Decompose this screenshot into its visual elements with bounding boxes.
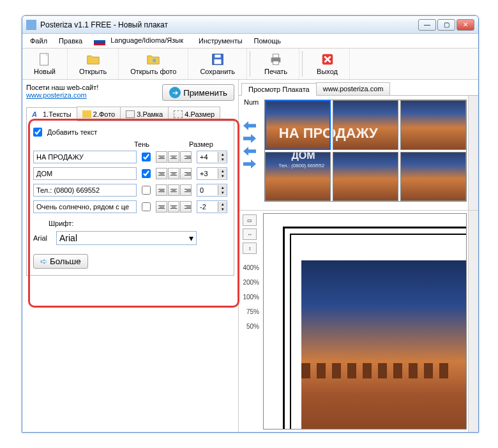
text-input-1[interactable] (33, 167, 137, 180)
more-button[interactable]: ➪ Больше (33, 254, 88, 269)
size-spinner-3[interactable]: -2▴▾ (197, 200, 227, 213)
align-center-button[interactable] (168, 168, 179, 179)
minimize-button[interactable]: — (418, 19, 436, 31)
right-panel: Просмотр Плаката www.posteriza.com Num Н… (238, 80, 478, 432)
shadow-header: Тень (134, 140, 149, 148)
num-label: Num (244, 98, 259, 106)
menu-file[interactable]: Файл (26, 36, 51, 46)
arrow-right-icon[interactable] (243, 134, 256, 143)
font-select[interactable]: Arial▾ (56, 231, 197, 245)
flag-icon (94, 38, 105, 45)
website-link: Посети наш web-сайт! www.posteriza.com (26, 84, 98, 99)
align-right-button[interactable] (180, 184, 192, 196)
align-left-button[interactable] (156, 201, 167, 213)
left-panel: Посети наш web-сайт! www.posteriza.com ➔… (22, 80, 238, 432)
align-left-button[interactable] (156, 151, 167, 163)
texts-panel: Добавить текст Тень Размер +4▴▾ +3▴▾ (26, 121, 234, 276)
app-window: Posteriza v1.1 FREE - Новый плакат — ▢ ✕… (22, 15, 479, 433)
font-small-label: Arial (33, 234, 56, 242)
zoom-level-label[interactable]: 200% (243, 279, 259, 286)
tile-detail-preview: ▭ ↔ ↕ 400%200%100%75%50% НА П (239, 211, 478, 432)
align-center-button[interactable] (168, 151, 179, 163)
zoom-level-label[interactable]: 50% (246, 323, 259, 330)
poster-tile[interactable] (400, 152, 466, 202)
property-tabs: A1.Тексты 2.Фото 3.Рамка 4.Размер (26, 107, 234, 121)
menu-help[interactable]: Помощь (250, 36, 285, 46)
shadow-checkbox-1[interactable] (142, 169, 151, 178)
add-text-label: Добавить текст (47, 128, 97, 136)
tab-preview[interactable]: Просмотр Плаката (241, 83, 317, 96)
url-link[interactable]: www.posteriza.com (26, 91, 87, 99)
menubar: Файл Правка Language/Idioma/Язык Инструм… (22, 34, 478, 48)
align-left-button[interactable] (156, 184, 167, 196)
exit-button[interactable]: Выход (305, 49, 350, 79)
shadow-checkbox-3[interactable] (142, 202, 151, 211)
text-input-3[interactable] (33, 200, 137, 213)
floppy-icon (211, 52, 225, 66)
align-right-button[interactable] (180, 168, 192, 179)
maximize-button[interactable]: ▢ (437, 19, 455, 31)
align-center-button[interactable] (168, 201, 179, 213)
close-button[interactable]: ✕ (456, 19, 474, 31)
detail-canvas[interactable]: НА П (263, 213, 467, 429)
toolbar: Новый Открыть Открыть фото Сохранить Печ… (22, 48, 478, 80)
svg-rect-7 (273, 61, 278, 65)
menu-tools[interactable]: Инструменты (195, 36, 246, 46)
zoom-out-button[interactable]: ↕ (243, 243, 257, 254)
poster-tile[interactable]: НА ПРОДАЖУ (265, 100, 331, 150)
printer-icon (269, 52, 283, 66)
zoom-fit-button[interactable]: ▭ (243, 214, 257, 226)
size-spinner-2[interactable]: 0▴▾ (197, 184, 227, 197)
arrow-left-icon[interactable] (243, 147, 256, 156)
tab-texts[interactable]: A1.Тексты (26, 107, 77, 121)
zoom-level-label[interactable]: 75% (246, 308, 259, 315)
arrow-left-icon[interactable] (243, 121, 256, 130)
zoom-in-button[interactable]: ↔ (243, 228, 257, 240)
zoom-level-label[interactable]: 400% (243, 264, 259, 271)
titlebar[interactable]: Posteriza v1.1 FREE - Новый плакат — ▢ ✕ (22, 16, 478, 34)
tab-website[interactable]: www.posteriza.com (316, 82, 391, 95)
new-button[interactable]: Новый (22, 49, 68, 79)
align-center-button[interactable] (168, 184, 179, 196)
menu-edit[interactable]: Правка (55, 36, 86, 46)
folder-icon (86, 52, 100, 66)
poster-tile[interactable]: ДОМ Тел.: (0800) 669552 (333, 152, 398, 202)
align-right-button[interactable] (180, 201, 192, 213)
scrollbar-vertical[interactable] (468, 211, 478, 432)
poster-text-fragment: НА П (403, 426, 467, 429)
poster-tile[interactable]: НА ПРОДАЖУ (333, 100, 398, 150)
nav-arrows (239, 96, 260, 210)
arrow-right-icon[interactable] (243, 160, 256, 168)
zoom-level-label[interactable]: 100% (243, 294, 259, 301)
arrow-right-icon: ➔ (169, 87, 181, 98)
open-button[interactable]: Открыть (68, 49, 119, 79)
poster-tile[interactable]: ДОМ Тел.: (0800) 669552 (265, 152, 331, 202)
tab-photo[interactable]: 2.Фото (77, 107, 121, 121)
shadow-checkbox-2[interactable] (142, 186, 151, 195)
tab-size[interactable]: 4.Размер (168, 107, 220, 121)
arrow-right-icon: ➪ (40, 257, 47, 266)
photo-icon (82, 110, 91, 118)
svg-rect-6 (273, 54, 278, 58)
size-header: Размер (189, 140, 213, 148)
poster-tile[interactable]: НА ПРОДАЖУ (400, 100, 466, 150)
text-input-2[interactable] (33, 184, 137, 197)
zoom-controls: ▭ ↔ ↕ 400%200%100%75%50% (239, 211, 260, 432)
save-button[interactable]: Сохранить (188, 49, 247, 79)
menu-lang[interactable]: Language/Idioma/Язык (90, 35, 191, 46)
add-text-checkbox[interactable] (33, 128, 42, 137)
tab-border[interactable]: 3.Рамка (120, 107, 169, 121)
size-spinner-1[interactable]: +3▴▾ (197, 167, 227, 180)
align-right-button[interactable] (180, 151, 192, 163)
open-photo-button[interactable]: Открыть фото (119, 49, 188, 79)
document-icon (38, 52, 52, 66)
exit-icon (321, 52, 335, 66)
print-button[interactable]: Печать (253, 49, 299, 79)
apply-button[interactable]: ➔ Применить (162, 84, 234, 101)
window-title: Posteriza v1.1 FREE - Новый плакат (40, 20, 168, 29)
shadow-checkbox-0[interactable] (142, 153, 151, 161)
text-input-0[interactable] (33, 151, 137, 163)
align-left-button[interactable] (156, 168, 167, 179)
size-spinner-0[interactable]: +4▴▾ (197, 151, 227, 163)
scrollbar-vertical[interactable] (468, 96, 478, 210)
